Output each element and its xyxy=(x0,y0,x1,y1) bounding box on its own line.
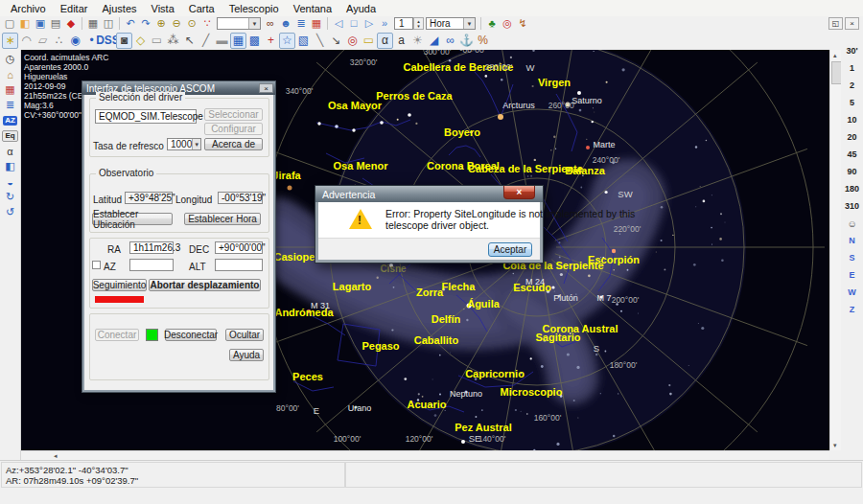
menu-archivo[interactable]: Archivo xyxy=(4,2,54,15)
warning-close-button[interactable]: × xyxy=(503,186,535,199)
scroll-left-icon[interactable]: ◂ xyxy=(54,451,58,460)
ra-field[interactable]: 1h11m26.3 xyxy=(129,241,174,254)
step-forward-icon[interactable]: ▷ xyxy=(362,17,377,31)
site-icon[interactable]: ⌂ xyxy=(2,67,19,81)
tile-windows-icon[interactable]: ◫ xyxy=(101,17,116,31)
undo-icon[interactable]: ↶ xyxy=(123,17,138,31)
object-search-combo[interactable]: ▼ xyxy=(217,17,261,30)
flip-horizontal-icon[interactable]: ◧ xyxy=(2,159,19,173)
redo-icon[interactable]: ↷ xyxy=(138,17,153,31)
center-target-icon[interactable]: ◎ xyxy=(500,17,515,31)
time-unit-combo[interactable]: Hora▼ xyxy=(426,17,476,30)
rotate-ccw-icon[interactable]: ↺ xyxy=(2,205,19,219)
time-step-spinner[interactable]: ▴▾ xyxy=(413,17,424,30)
menu-telescopio[interactable]: Telescopio xyxy=(222,2,287,15)
field-line-icon[interactable]: ↘ xyxy=(328,33,344,49)
constellation-bound-icon[interactable]: ▧ xyxy=(295,33,312,49)
time-icon[interactable]: ◷ xyxy=(2,52,19,66)
select-driver-button[interactable]: Seleccionar xyxy=(204,108,263,121)
link-chain-icon[interactable]: ∞ xyxy=(442,33,458,49)
calendar-icon[interactable]: ▦ xyxy=(309,17,324,31)
ruler-icon[interactable]: ▭ xyxy=(361,33,377,49)
set-location-button[interactable]: Establecer Ubicación xyxy=(92,213,173,225)
pointer-icon[interactable]: ↖ xyxy=(181,33,198,49)
chevron-down-icon[interactable]: ▼ xyxy=(192,139,200,149)
identify-icon[interactable]: ☻ xyxy=(278,17,293,31)
tracking-button[interactable]: Seguimiento xyxy=(92,279,147,291)
planet-icon[interactable]: ◉ xyxy=(67,33,83,49)
direction-e[interactable]: E xyxy=(849,266,854,284)
chevron-down-icon[interactable]: ▼ xyxy=(463,18,475,29)
about-driver-button[interactable]: Acerca de xyxy=(204,138,263,150)
longitude-field[interactable]: -00°53'19" xyxy=(218,192,263,204)
fov-45[interactable]: 45 xyxy=(847,146,856,163)
help-button[interactable]: Ayuda xyxy=(229,349,264,361)
time-stop-icon[interactable]: □ xyxy=(346,17,362,31)
asterism-icon[interactable]: ⁂ xyxy=(165,33,181,49)
zoom-in-icon[interactable]: ⊕ xyxy=(153,17,169,31)
set-time-button[interactable]: Establecer Hora xyxy=(184,213,261,225)
connect-button[interactable]: Conectar xyxy=(95,329,139,341)
menu-carta[interactable]: Carta xyxy=(182,2,222,15)
star-render-icon[interactable]: ∗ xyxy=(2,33,18,49)
draw-icon[interactable]: ╱ xyxy=(198,33,214,49)
observatory-marker-icon[interactable]: ◆ xyxy=(63,17,79,31)
glare-icon[interactable]: ☀ xyxy=(409,33,426,49)
object-list-icon[interactable]: ≣ xyxy=(293,17,309,31)
menu-ayuda[interactable]: Ayuda xyxy=(339,2,384,15)
star-magnitude-icon[interactable]: ◠ xyxy=(18,33,35,49)
disconnect-button[interactable]: Desconectar xyxy=(165,329,217,341)
dss-image-icon[interactable]: DSS xyxy=(100,33,116,49)
erase-all-icon[interactable]: ▬ xyxy=(214,33,230,49)
refresh-rate-combo[interactable]: 1000 ▼ xyxy=(167,138,201,150)
az-mode-icon[interactable]: AZ xyxy=(2,113,19,127)
time-step-input[interactable]: 1 xyxy=(394,17,413,30)
mirror-icon[interactable]: ╲ xyxy=(312,33,328,49)
play-forward-icon[interactable]: » xyxy=(377,17,392,31)
chevron-down-icon[interactable]: ▼ xyxy=(248,18,260,29)
eraser-icon[interactable]: ▭ xyxy=(149,33,165,49)
eq-grid-icon[interactable]: ▦ xyxy=(230,33,246,49)
star-density-icon[interactable]: ∵ xyxy=(199,17,215,31)
scroll-down-icon[interactable]: ▾ xyxy=(833,441,837,449)
direction-z[interactable]: Z xyxy=(850,301,855,318)
scroll-up-icon[interactable]: ▴ xyxy=(833,51,837,59)
alt-field[interactable] xyxy=(215,259,263,271)
anchor-icon[interactable]: ⚓ xyxy=(458,33,475,49)
track-icon[interactable]: % xyxy=(475,33,491,49)
constellation-figure-icon[interactable]: ☆ xyxy=(279,33,295,49)
eq-mode-icon[interactable]: Eq xyxy=(2,128,19,143)
date-icon[interactable]: ▦ xyxy=(2,82,19,97)
print-icon[interactable]: ▤ xyxy=(48,17,63,31)
latitude-field[interactable]: +39°48'25" xyxy=(125,192,173,204)
vertical-scrollbar[interactable]: ▴ ▾ xyxy=(829,50,841,450)
nebula-marker-icon[interactable]: ◇ xyxy=(132,33,149,49)
fov-2[interactable]: 2 xyxy=(850,77,854,94)
direction-w[interactable]: W xyxy=(848,284,856,301)
menu-vista[interactable]: Vista xyxy=(145,2,182,15)
new-chart-icon[interactable]: ▢ xyxy=(2,17,17,31)
fov-20[interactable]: 20 xyxy=(847,128,856,146)
driver-field[interactable]: EQMOD_SIM.Telescope xyxy=(95,109,197,124)
accept-button[interactable]: Aceptar xyxy=(488,242,532,257)
camera-icon[interactable]: ◙ xyxy=(116,33,132,49)
hide-button[interactable]: Ocultar xyxy=(225,329,264,341)
zoom-default-icon[interactable]: ⊙ xyxy=(184,17,199,31)
open-icon[interactable]: ◧ xyxy=(17,17,33,31)
save-icon[interactable]: ▣ xyxy=(33,17,48,31)
dec-field[interactable]: +90°00'00" xyxy=(215,241,263,254)
menu-editar[interactable]: Editar xyxy=(54,2,96,15)
catalog-icon[interactable]: ≣ xyxy=(2,98,19,112)
alpha-labels-icon[interactable]: α xyxy=(2,144,19,158)
fov-5[interactable]: 5 xyxy=(850,94,854,111)
fov-90[interactable]: 90 xyxy=(847,163,856,180)
close-window-button[interactable]: × xyxy=(845,17,859,30)
direction-s[interactable]: S xyxy=(849,249,854,266)
fov-1[interactable]: 1 xyxy=(850,59,854,77)
double-star-icon[interactable]: ∴ xyxy=(51,33,67,49)
compass-icon[interactable]: + xyxy=(263,33,279,49)
full-sky-icon[interactable]: ☺ xyxy=(847,215,856,232)
restore-window-button[interactable]: ◱ xyxy=(828,17,843,30)
labels-icon[interactable]: α xyxy=(377,33,393,49)
step-back-icon[interactable]: ◁ xyxy=(331,17,346,31)
